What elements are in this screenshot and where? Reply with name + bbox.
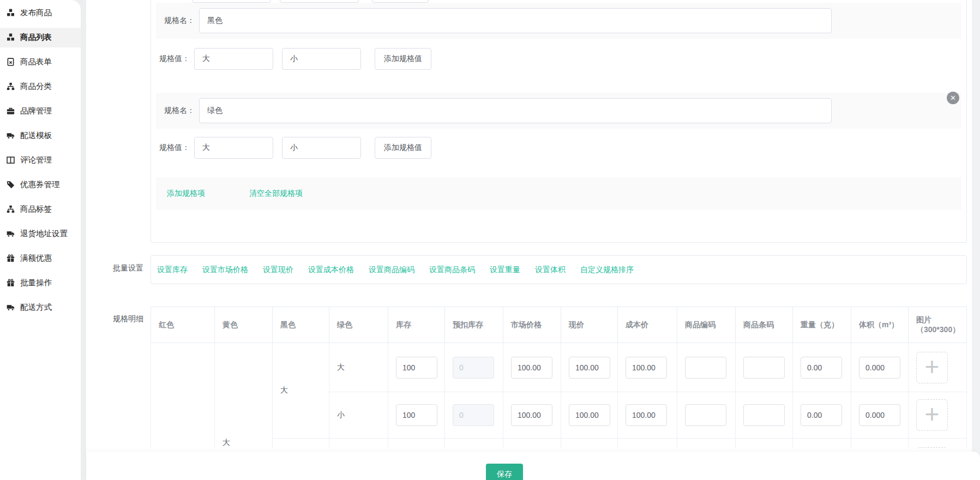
stock-input[interactable] xyxy=(396,404,437,426)
barcode-input[interactable] xyxy=(743,357,785,379)
sku-cell-image: + xyxy=(909,439,967,449)
sku-cell xyxy=(618,392,677,439)
cost-price-input[interactable] xyxy=(626,357,667,379)
spec-value-input[interactable] xyxy=(194,137,273,159)
sku-cell xyxy=(677,439,736,449)
sku-cell xyxy=(503,343,561,392)
spec-name-input[interactable] xyxy=(199,8,832,33)
sidebar-item-4[interactable]: 商品分类 xyxy=(0,74,81,99)
image-upload-button[interactable]: + xyxy=(916,352,948,383)
sku-detail-label: 规格明细 xyxy=(113,314,143,324)
sku-cell xyxy=(445,392,503,439)
sidebar-item-label: 批量操作 xyxy=(20,278,52,288)
vertical-scrollbar[interactable] xyxy=(972,0,980,480)
barcode-input[interactable] xyxy=(743,404,785,426)
volume-input[interactable] xyxy=(859,357,900,379)
volume-input[interactable] xyxy=(859,404,900,426)
sku-cell xyxy=(851,343,909,392)
sidebar-item-label: 商品列表 xyxy=(20,32,52,43)
sidebar-item-2[interactable]: 商品列表 xyxy=(0,28,81,47)
weight-input[interactable] xyxy=(801,404,842,426)
cost-price-input[interactable] xyxy=(626,404,667,426)
sku-cell xyxy=(445,439,503,449)
image-upload-button[interactable]: + xyxy=(916,399,948,431)
sku-column-header: 黄色 xyxy=(215,307,273,343)
spec-name-row: 规格名：✕ xyxy=(156,93,961,129)
sku-column-header: 图片（300*300） xyxy=(909,307,967,343)
close-spec-section-button[interactable]: ✕ xyxy=(947,92,959,104)
sku-cell xyxy=(388,439,445,449)
sidebar-item-7[interactable]: 评论管理 xyxy=(0,148,81,172)
sidebar-item-3[interactable]: 商品表单 xyxy=(0,50,81,74)
save-button[interactable]: 保存 xyxy=(486,464,523,480)
sidebar-item-13[interactable]: 配送方式 xyxy=(0,295,81,320)
batch-link-2[interactable]: 设置市场价格 xyxy=(202,265,248,275)
spec-value-input[interactable] xyxy=(282,137,361,159)
market-price-input[interactable] xyxy=(511,357,552,379)
batch-link-9[interactable]: 自定义规格排序 xyxy=(580,265,634,275)
add-spec-value-button[interactable]: 添加规格值 xyxy=(375,137,431,159)
batch-link-5[interactable]: 设置商品编码 xyxy=(369,265,414,275)
sku-cell xyxy=(851,439,909,449)
sku-column-header: 预扣库存 xyxy=(445,307,503,343)
product-code-input[interactable] xyxy=(685,357,726,379)
current-price-input[interactable] xyxy=(569,404,610,426)
sidebar-item-11[interactable]: 满额优惠 xyxy=(0,246,81,271)
market-price-input[interactable] xyxy=(511,404,552,426)
batch-settings-links: 设置库存设置市场价格设置现价设置成本价格设置商品编码设置商品条码设置重量设置体积… xyxy=(151,255,967,284)
sku-column-header: 商品条码 xyxy=(736,307,793,343)
sku-column-header: 商品编码 xyxy=(677,307,736,343)
plus-icon: + xyxy=(925,403,940,425)
batch-link-4[interactable]: 设置成本价格 xyxy=(308,265,354,275)
cubes-icon xyxy=(6,33,15,41)
current-price-input[interactable] xyxy=(569,357,610,379)
sku-cell-image: + xyxy=(909,392,967,439)
weight-input[interactable] xyxy=(801,357,842,379)
sku-cell xyxy=(503,439,561,449)
sku-table: 红色黄色黑色绿色库存预扣库存市场价格现价成本价商品编码商品条码重量（克）体积（m… xyxy=(151,307,967,448)
add-spec-item-link[interactable]: 添加规格项 xyxy=(167,189,205,199)
sidebar-item-label: 评论管理 xyxy=(20,155,52,165)
sku-cell xyxy=(793,439,851,449)
sidebar-item-1[interactable]: 发布商品 xyxy=(0,1,81,25)
batch-link-7[interactable]: 设置重量 xyxy=(490,265,520,275)
stock-input[interactable] xyxy=(396,357,437,379)
tag-icon xyxy=(6,181,15,189)
plus-icon: + xyxy=(925,356,940,377)
spec-links-row: 添加规格项 清空全部规格项 xyxy=(156,177,961,210)
sidebar-item-5[interactable]: 品牌管理 xyxy=(0,99,81,123)
sidebar-item-12[interactable]: 批量操作 xyxy=(0,271,81,295)
add-spec-value-button[interactable]: 添加规格值 xyxy=(375,48,431,70)
sku-cell xyxy=(388,343,445,392)
sku-column-header: 红色 xyxy=(151,307,215,343)
batch-link-3[interactable]: 设置现价 xyxy=(263,265,293,275)
clear-all-spec-link[interactable]: 清空全部规格项 xyxy=(249,189,303,199)
spec-name-input[interactable] xyxy=(199,98,832,123)
product-spec-page: 发布商品商品列表商品表单商品分类品牌管理配送模板评论管理优惠券管理商品标签退货地… xyxy=(0,0,980,480)
spec-value-input[interactable] xyxy=(282,48,361,70)
columns-icon xyxy=(6,156,15,164)
sidebar-item-label: 优惠券管理 xyxy=(20,179,60,190)
sidebar-item-10[interactable]: 退货地址设置 xyxy=(0,221,81,246)
spec-value-row: 规格值：添加规格值 xyxy=(151,48,966,70)
sidebar-item-9[interactable]: 商品标签 xyxy=(0,197,81,221)
sku-cell xyxy=(677,392,736,439)
sidebar-item-label: 退货地址设置 xyxy=(20,229,68,239)
truck-icon xyxy=(6,131,15,140)
product-code-input[interactable] xyxy=(685,404,726,426)
sidebar-item-6[interactable]: 配送模板 xyxy=(0,123,81,148)
spec-cell-green: 大 xyxy=(329,343,388,392)
sku-column-header: 库存 xyxy=(388,307,445,343)
batch-link-8[interactable]: 设置体积 xyxy=(535,265,566,275)
batch-settings-label: 批量设置 xyxy=(113,263,143,273)
sku-column-header: 重量（克） xyxy=(793,307,851,343)
sidebar-item-8[interactable]: 优惠券管理 xyxy=(0,172,81,197)
spec-value-input[interactable] xyxy=(194,48,273,70)
batch-link-1[interactable]: 设置库存 xyxy=(157,265,188,275)
sku-cell xyxy=(793,392,851,439)
sitemap-icon xyxy=(6,205,15,213)
batch-link-6[interactable]: 设置商品条码 xyxy=(429,265,475,275)
image-upload-button[interactable]: + xyxy=(916,447,948,449)
sku-column-header: 现价 xyxy=(561,307,618,343)
sku-cell xyxy=(503,392,561,439)
